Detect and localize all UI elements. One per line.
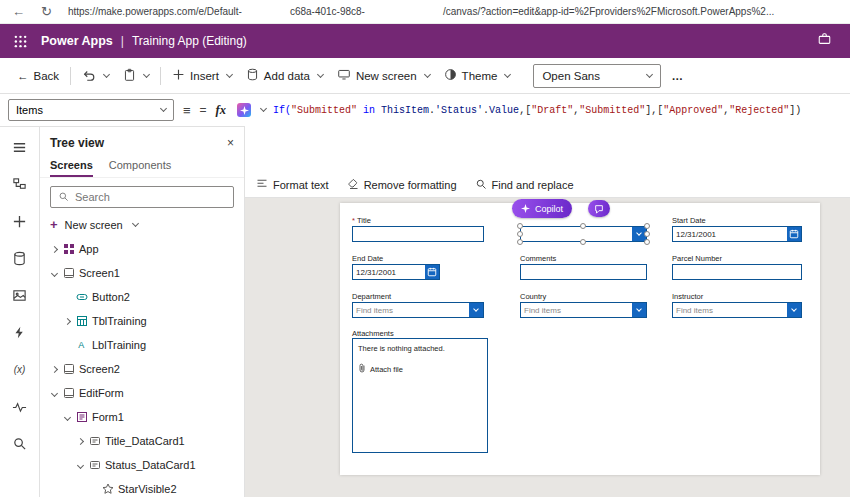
theme-button[interactable]: Theme — [437, 63, 518, 89]
tree-item-screen2[interactable]: Screen2 — [40, 357, 244, 381]
undo-icon — [82, 68, 96, 84]
formula-input[interactable]: If("Submitted" in ThisItem.'Status'.Valu… — [273, 105, 801, 116]
variables-icon[interactable]: (x) — [12, 361, 28, 377]
data-icon[interactable] — [12, 250, 28, 266]
new-screen-tree-button[interactable]: + New screen — [40, 212, 244, 237]
department-combobox[interactable]: Find items — [352, 302, 484, 318]
tree-item-label: TblTraining — [92, 315, 147, 327]
find-replace-button[interactable]: Find and replace — [466, 172, 583, 197]
screen-icon — [62, 363, 76, 375]
overflow-button[interactable]: … — [661, 70, 693, 82]
title-input[interactable] — [352, 226, 484, 242]
formula-menu-icon[interactable]: ≡ — [183, 103, 191, 118]
chevron-right-icon[interactable] — [61, 319, 74, 324]
menu-icon[interactable] — [12, 139, 28, 155]
insert-button[interactable]: Insert — [165, 63, 239, 89]
chevron-down-icon[interactable] — [74, 463, 87, 468]
tree-item-app[interactable]: App — [40, 237, 244, 261]
tree-item-button2[interactable]: Button2 — [40, 285, 244, 309]
tree-item-status_datacard1[interactable]: Status_DataCard1 — [40, 453, 244, 477]
screen-icon — [62, 267, 76, 279]
selection-handle[interactable] — [580, 239, 586, 245]
copilot-icon[interactable] — [237, 103, 251, 117]
selection-handle[interactable] — [580, 223, 586, 229]
end-date-field[interactable]: 12/31/2001 — [352, 264, 440, 280]
chevron-right-icon[interactable] — [48, 367, 61, 372]
screen-icon — [337, 68, 351, 83]
attachments-label: Attachments — [352, 329, 394, 338]
address-bar[interactable]: https://make.powerapps.com/e/Default- c6… — [68, 6, 838, 17]
selection-handle[interactable] — [517, 231, 523, 237]
close-icon[interactable]: × — [227, 136, 234, 150]
editor-workspace: Format text Remove formatting Find and r… — [245, 126, 850, 497]
tab-screens[interactable]: Screens — [50, 154, 93, 177]
back-button[interactable]: ← Back — [10, 63, 66, 89]
left-rail: (x) — [0, 126, 40, 497]
new-screen-button[interactable]: New screen — [330, 63, 437, 89]
calendar-icon[interactable] — [787, 227, 801, 241]
dropdown-chevron-button[interactable] — [632, 303, 646, 317]
waffle-icon[interactable] — [14, 35, 27, 48]
tree-item-lbltraining[interactable]: ALblTraining — [40, 333, 244, 357]
format-text-button[interactable]: Format text — [247, 172, 338, 197]
dropdown-chevron-button[interactable] — [469, 303, 483, 317]
theme-icon — [444, 68, 457, 83]
calendar-icon[interactable] — [425, 265, 439, 279]
tree-item-form1[interactable]: Form1 — [40, 405, 244, 429]
instructor-combobox[interactable]: Find items — [672, 302, 802, 318]
database-icon — [246, 68, 259, 83]
insert-icon[interactable] — [12, 213, 28, 229]
media-icon[interactable] — [12, 287, 28, 303]
start-date-field[interactable]: 12/31/2001 — [672, 226, 802, 242]
chevron-down-icon — [317, 70, 324, 77]
form-canvas[interactable]: Copilot *Title — [340, 203, 820, 475]
add-data-button[interactable]: Add data — [239, 63, 330, 89]
tree-item-starvisible2[interactable]: StarVisible2 — [40, 477, 244, 497]
search-icon[interactable] — [12, 435, 28, 451]
selection-handle[interactable] — [644, 223, 650, 229]
tree-item-title_datacard1[interactable]: Title_DataCard1 — [40, 429, 244, 453]
dropdown-chevron-button[interactable] — [787, 303, 801, 317]
copilot-button[interactable]: Copilot — [512, 199, 572, 218]
parcel-number-input[interactable] — [672, 264, 802, 280]
remove-formatting-button[interactable]: Remove formatting — [338, 172, 466, 197]
tree-view-icon[interactable] — [12, 176, 28, 192]
paste-button[interactable] — [116, 63, 156, 89]
browser-back-icon[interactable]: ← — [12, 5, 25, 18]
selection-handle[interactable] — [517, 223, 523, 229]
environment-icon[interactable] — [817, 32, 832, 50]
chevron-right-icon[interactable] — [74, 439, 87, 444]
country-combobox[interactable]: Find items — [520, 302, 647, 318]
chevron-down-icon[interactable] — [48, 391, 61, 396]
formula-expand-chevron-icon[interactable] — [260, 105, 267, 112]
tree-item-screen1[interactable]: Screen1 — [40, 261, 244, 285]
search-input[interactable]: Search — [50, 186, 234, 208]
search-icon — [475, 178, 487, 192]
formula-editor-area[interactable] — [245, 126, 850, 172]
chevron-down-icon — [132, 219, 139, 226]
selection-handle[interactable] — [644, 239, 650, 245]
sparkle-icon — [521, 204, 530, 213]
attach-file-button[interactable]: Attach file — [358, 363, 482, 375]
chevron-right-icon[interactable] — [48, 247, 61, 252]
font-select[interactable]: Open Sans — [533, 64, 661, 88]
monitor-icon[interactable] — [12, 398, 28, 414]
selection-handle[interactable] — [644, 231, 650, 237]
attachments-control[interactable]: There is nothing attached. Attach file — [352, 338, 488, 453]
property-select[interactable]: Items — [8, 99, 174, 121]
chevron-down-icon — [646, 70, 653, 77]
tab-components[interactable]: Components — [109, 154, 171, 177]
tree-item-editform[interactable]: EditForm — [40, 381, 244, 405]
chevron-down-icon[interactable] — [61, 415, 74, 420]
undo-button[interactable] — [75, 63, 116, 89]
tree-item-tbltraining[interactable]: TblTraining — [40, 309, 244, 333]
format-text-label: Format text — [273, 179, 329, 191]
powerapps-brand[interactable]: Power Apps — [41, 34, 113, 48]
browser-refresh-icon[interactable]: ↻ — [41, 5, 52, 18]
comments-input[interactable] — [520, 264, 647, 280]
power-automate-icon[interactable] — [12, 324, 28, 340]
selection-handle[interactable] — [517, 239, 523, 245]
copilot-menu-button[interactable] — [588, 200, 610, 217]
chevron-down-icon[interactable] — [48, 271, 61, 276]
url-segment-3: /canvas/?action=edit&app-id=%2Fproviders… — [443, 6, 774, 17]
